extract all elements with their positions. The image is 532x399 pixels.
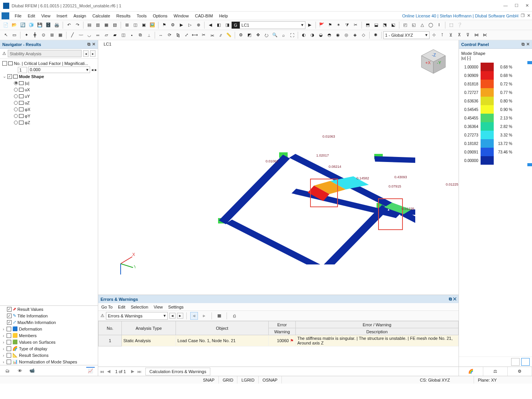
save-all-icon[interactable]: 🗄️ [44,21,52,29]
cp-tab-colors-icon[interactable]: 🌈 [459,367,483,376]
maximize-button[interactable]: ☐ [515,3,518,8]
render1-icon[interactable]: ◐ [300,31,308,39]
panel4-icon[interactable]: ▧ [111,21,119,29]
cp-tab-settings-icon[interactable]: ⚙ [508,367,532,376]
orbit-icon[interactable]: ⭮ [263,31,270,39]
render6-icon[interactable]: ◎ [343,31,350,39]
pin-icon[interactable]: ⧉ [87,42,90,47]
cp-pin-icon[interactable]: ⧉ [522,42,525,47]
cs2-icon[interactable]: ⊺ [438,31,446,39]
loading-type-icon[interactable]: ◧ [215,21,223,29]
cs3-icon[interactable]: ⊻ [447,31,455,39]
render3-icon[interactable]: ◒ [317,31,325,39]
menu-view[interactable]: View [38,13,54,19]
block-manager-icon[interactable]: 🧊 [27,21,35,29]
col-no[interactable]: No. [99,321,122,335]
view-cog-icon[interactable]: ⚙ [237,31,245,39]
table-settings-icon[interactable]: ▦ [215,312,223,320]
errors-prev-button[interactable]: ◂ [169,313,176,319]
scale-icon[interactable]: ⤢ [182,31,190,39]
snap1-icon[interactable]: ✦ [22,31,30,39]
cursor-icon[interactable]: ↖ [2,31,10,39]
status-osnap[interactable]: OSNAP [259,376,282,384]
cs6-icon[interactable]: ⋈ [472,31,480,39]
cp-close-icon[interactable]: ✕ [526,42,530,47]
redo-icon[interactable]: ↷ [73,21,81,29]
star-icon[interactable]: ✶ [335,21,343,29]
radio-phix[interactable] [14,107,18,111]
check-maxmin[interactable]: ✓ [7,320,12,325]
toggle-sections[interactable]: › [2,353,5,358]
iso-view-icon[interactable]: ◩ [246,31,253,39]
offset-icon[interactable]: ⫽ [217,31,224,39]
save-icon[interactable]: 💾 [36,21,44,29]
panel3-icon[interactable]: ▦ [102,21,110,29]
menu-calculate[interactable]: Calculate [89,13,113,19]
toggle-display[interactable]: › [2,346,5,351]
line-icon[interactable]: ╱ [68,31,76,39]
mesh-icon[interactable]: ⊕ [194,21,202,29]
menu-help[interactable]: Help [216,13,231,19]
connect-icon[interactable]: ⫘ [208,31,216,39]
col-obj[interactable]: Object [176,321,269,335]
render7-icon[interactable]: ◈ [351,31,359,39]
mode-shape-checkbox[interactable]: ✓ [7,74,12,79]
view-cube-icon[interactable]: +X -Y -Z [420,48,447,75]
errors-pin-icon[interactable]: ⧉ [449,297,452,301]
load-factor-dropdown[interactable]: 0.000▾ [28,66,90,73]
filter-results-icon[interactable]: ⧩ [343,21,351,29]
grid-icon[interactable]: ⊞ [48,31,56,39]
console-icon[interactable]: ▣ [140,21,148,29]
node-icon[interactable]: • [128,31,136,39]
calculate-all-icon[interactable]: ▶ [177,21,185,29]
flag-orange-icon[interactable]: ⚑ [326,21,334,29]
cp-btn-1[interactable] [511,358,520,366]
menu-results[interactable]: Results [113,13,134,19]
find-prev-icon[interactable]: ◃ [190,312,198,320]
radio-ux[interactable] [14,88,18,92]
header-checkbox[interactable] [2,61,7,66]
cs-dropdown[interactable]: 1 - Global XYZ▾ [383,31,430,39]
render4-icon[interactable]: ◓ [326,31,333,39]
set-icon[interactable]: ⧉ [136,31,144,39]
select-rect-icon[interactable]: ▭ [10,31,18,39]
render2-icon[interactable]: ◑ [309,31,316,39]
cp-btn-2[interactable] [521,358,530,366]
nav-prev-button[interactable]: ◂ [83,50,89,57]
value-prev-button[interactable]: ◂ [91,67,94,72]
pager-last[interactable]: ⏭ [136,369,143,374]
zoom-window-icon[interactable]: ⌕ [280,31,287,39]
viewport-3d[interactable]: LC1 [98,40,459,295]
toggle-deformation[interactable]: › [2,327,5,331]
menu-insert[interactable]: Insert [53,13,70,19]
open-file-icon[interactable]: 📂 [10,21,18,29]
nav-tab-display-icon[interactable]: 👁 [15,367,24,375]
rotate-icon[interactable]: ⟳ [165,31,173,39]
move-icon[interactable]: ↔ [157,31,165,39]
menu-file[interactable]: File [12,13,25,19]
tree-toggle[interactable]: ⌄ [2,74,6,79]
check-result-values[interactable]: ✓ [7,307,12,312]
radio-phiz[interactable] [14,121,18,124]
mirror-icon[interactable]: ⧎ [174,31,182,39]
status-snap[interactable]: SNAP [199,376,219,384]
check-title-info[interactable]: ✓ [7,314,12,318]
slider-bottom-handle[interactable] [527,163,532,166]
cb-display[interactable] [7,346,11,351]
status-lgrid[interactable]: LGRID [237,376,259,384]
errors-menu-edit[interactable]: Edit [118,305,125,309]
view4-icon[interactable]: ⬕ [389,21,397,29]
render5-icon[interactable]: ◉ [334,31,342,39]
undo-icon[interactable]: ↶ [65,21,73,29]
nav-tab-results-icon[interactable]: 📈 [86,367,95,375]
nav-tab-views-icon[interactable]: 📹 [28,367,36,375]
menu-edit[interactable]: Edit [25,13,38,19]
toggle-norm[interactable]: › [2,360,5,364]
snap3-icon[interactable]: ⊙ [39,31,47,39]
next-lc-icon[interactable]: ▶ [306,21,314,29]
errors-menu-goto[interactable]: Go To [101,305,113,309]
zoom-fit-icon[interactable]: ⛶ [288,31,296,39]
errors-close-icon[interactable]: ✕ [453,297,456,301]
cb-members[interactable] [7,333,11,338]
view5-icon[interactable]: ◰ [401,21,409,29]
